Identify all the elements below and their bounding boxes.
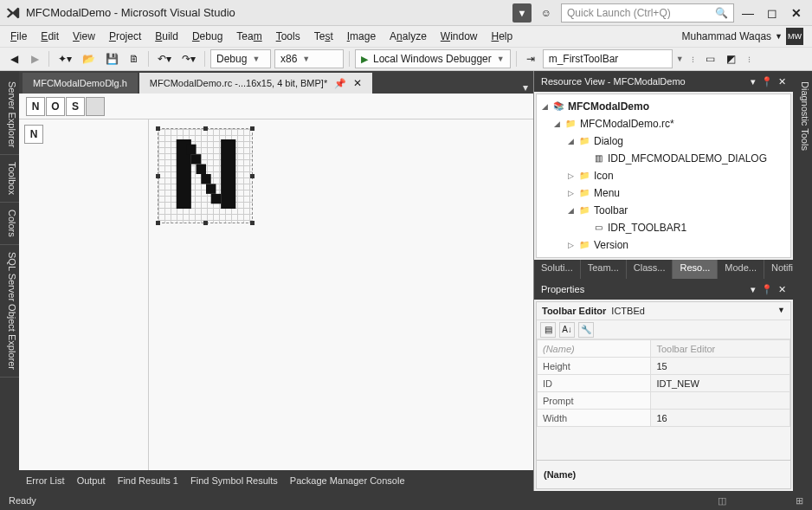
dropdown-icon[interactable]: ▾	[751, 76, 756, 87]
properties-object-line[interactable]: Toolbar Editor ICTBEd ▼	[537, 302, 790, 320]
menu-file[interactable]: File	[3, 29, 34, 44]
restore-button[interactable]: ◻	[762, 3, 783, 23]
wrench-icon[interactable]: 🔧	[578, 322, 594, 338]
prop-row: Height15	[538, 358, 790, 375]
tab-resource[interactable]: Reso...	[673, 260, 718, 279]
menu-window[interactable]: Window	[434, 29, 485, 44]
editor-region: MFCModalDemoDlg.h MFCModalDemo.rc -...16…	[19, 71, 533, 491]
open-file-button[interactable]: 📂	[79, 50, 99, 68]
menu-debug[interactable]: Debug	[185, 29, 229, 44]
tab-find-symbol[interactable]: Find Symbol Results	[190, 475, 278, 486]
tb-btn-blank[interactable]	[86, 97, 105, 116]
prop-row: Prompt	[538, 392, 790, 410]
menu-test[interactable]: Test	[307, 29, 340, 44]
tab-toolbox[interactable]: Toolbox	[0, 155, 19, 203]
editor-surface: N O S N	[19, 94, 533, 470]
svg-rect-4	[197, 165, 206, 174]
svg-rect-7	[211, 194, 221, 203]
status-icon-2[interactable]: ⊞	[796, 495, 803, 507]
toolbar-editor-buttons: N O S	[19, 94, 533, 119]
prop-row: IDIDT_NEW	[538, 375, 790, 392]
menu-image[interactable]: Image	[340, 29, 383, 44]
tab-diagnostic-tools[interactable]: Diagnostic Tools	[793, 74, 812, 158]
pin-icon[interactable]: 📍	[761, 284, 773, 295]
project-icon: 📚	[552, 100, 564, 113]
folder-icon: 📁	[578, 239, 590, 251]
user-dropdown-icon[interactable]: ▼	[775, 32, 783, 41]
tab-sql-explorer[interactable]: SQL Server Object Explorer	[0, 245, 19, 378]
quick-launch-placeholder: Quick Launch (Ctrl+Q)	[567, 7, 671, 19]
config-combo[interactable]: Debug▼	[210, 49, 271, 68]
right-panel: Resource View - MFCModalDemo ▾ 📍 ✕ ◢📚MFC…	[533, 71, 793, 491]
alpha-sort-icon[interactable]: A↓	[559, 322, 575, 338]
feedback-icon[interactable]: ☺	[537, 3, 556, 23]
svg-rect-6	[206, 184, 216, 193]
tabs-overflow-icon[interactable]: ▾	[518, 81, 533, 94]
close-pane-icon[interactable]: ✕	[778, 284, 786, 295]
doc-tab-active[interactable]: MFCModalDemo.rc -...16x15, 4 bit, BMP]* …	[139, 73, 372, 94]
work-area: Server Explorer Toolbox Colors SQL Serve…	[0, 71, 812, 491]
menu-tools[interactable]: Tools	[269, 29, 307, 44]
menu-team[interactable]: Team	[229, 29, 268, 44]
resource-tree[interactable]: ◢📚MFCModalDemo ◢📁MFCModalDemo.rc* ◢📁Dial…	[536, 94, 791, 258]
menu-build[interactable]: Build	[148, 29, 185, 44]
close-button[interactable]: ✕	[786, 3, 807, 23]
minimize-button[interactable]: —	[738, 3, 758, 23]
tab-team[interactable]: Team...	[581, 260, 627, 279]
tb-btn-s[interactable]: S	[66, 97, 85, 116]
platform-combo[interactable]: x86▼	[274, 49, 344, 68]
pin-icon[interactable]: 📍	[761, 76, 773, 87]
status-icon-1[interactable]: ◫	[718, 495, 726, 507]
layout-button-1[interactable]: ▭	[702, 50, 719, 68]
new-project-button[interactable]: ✦▾	[55, 50, 75, 68]
resource-view-header: Resource View - MFCModalDemo ▾ 📍 ✕	[534, 71, 793, 92]
menu-analyze[interactable]: Analyze	[383, 29, 434, 44]
left-tool-dock: Server Explorer Toolbox Colors SQL Serve…	[0, 71, 19, 491]
tab-pkg-mgr[interactable]: Package Manager Console	[290, 475, 405, 486]
doc-tab-inactive[interactable]: MFCModalDemoDlg.h	[23, 73, 138, 94]
quick-launch-input[interactable]: Quick Launch (Ctrl+Q) 🔍	[561, 3, 734, 23]
menu-edit[interactable]: Edit	[34, 29, 66, 44]
close-pane-icon[interactable]: ✕	[778, 76, 786, 87]
undo-button[interactable]: ↶▾	[154, 50, 175, 68]
pin-icon[interactable]: 📌	[334, 78, 346, 89]
window-title: MFCModalDemo - Microsoft Visual Studio	[26, 6, 235, 19]
tab-solution[interactable]: Soluti...	[534, 260, 581, 279]
save-button[interactable]: 💾	[102, 50, 122, 68]
save-all-button[interactable]: 🗎	[126, 50, 143, 68]
nav-fwd-button[interactable]: ▶	[26, 50, 43, 68]
tb-btn-o[interactable]: O	[46, 97, 65, 116]
redo-button[interactable]: ↷▾	[178, 50, 199, 68]
nav-back-button[interactable]: ◀	[5, 50, 23, 68]
tab-class[interactable]: Class...	[627, 260, 673, 279]
folder-icon: 📁	[564, 118, 577, 130]
tab-server-explorer[interactable]: Server Explorer	[0, 74, 19, 155]
step-button[interactable]: ⇥	[522, 50, 539, 68]
menu-project[interactable]: Project	[102, 29, 148, 44]
preview-chip[interactable]: N	[24, 125, 43, 144]
debugger-combo[interactable]: ▶ Local Windows Debugger▼	[355, 49, 511, 68]
layout-button-2[interactable]: ◩	[723, 50, 740, 68]
right-tabstrip: Soluti... Team... Class... Reso... Mode.…	[534, 260, 793, 279]
properties-table[interactable]: (Name)Toolbar Editor Height15 IDIDT_NEW …	[537, 339, 790, 427]
object-combo[interactable]: m_FirstToolBar	[543, 49, 673, 68]
user-name[interactable]: Muhammad Waqas	[681, 30, 771, 42]
tab-model[interactable]: Mode...	[718, 260, 764, 279]
search-icon: 🔍	[715, 7, 728, 19]
menu-view[interactable]: View	[66, 29, 102, 44]
pixel-editor[interactable]	[158, 128, 253, 223]
properties-grid: Toolbar Editor ICTBEd ▼ ▤ A↓ 🔧 (Name)Too…	[536, 301, 791, 489]
tab-colors[interactable]: Colors	[0, 203, 19, 245]
menu-bar: File Edit View Project Build Debug Team …	[0, 26, 812, 47]
tab-output[interactable]: Output	[77, 475, 106, 486]
filter-button[interactable]: ▼	[512, 3, 532, 23]
svg-rect-1	[221, 139, 235, 209]
user-avatar[interactable]: MW	[786, 28, 803, 45]
tab-find-results[interactable]: Find Results 1	[118, 475, 178, 486]
categorize-icon[interactable]: ▤	[540, 322, 556, 338]
menu-help[interactable]: Help	[485, 29, 520, 44]
tb-btn-n[interactable]: N	[26, 97, 45, 116]
tab-error-list[interactable]: Error List	[26, 475, 65, 486]
dropdown-icon[interactable]: ▾	[751, 284, 756, 295]
close-tab-icon[interactable]: ✕	[353, 77, 362, 89]
